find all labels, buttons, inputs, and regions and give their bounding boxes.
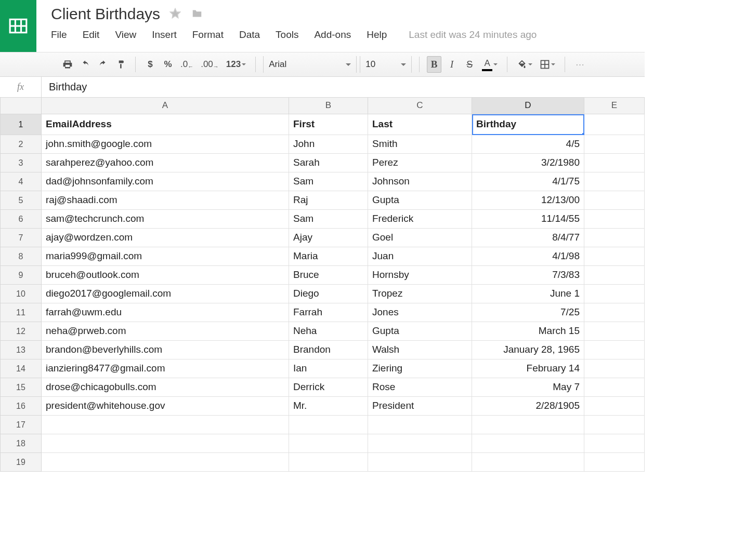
cell[interactable]: Maria	[289, 247, 368, 266]
col-header-a[interactable]: A	[42, 98, 289, 114]
cell[interactable]: drose@chicagobulls.com	[42, 378, 289, 397]
cell[interactable]: Brandon	[289, 341, 368, 359]
cell[interactable]: 3/2/1980	[472, 154, 584, 172]
cell[interactable]	[584, 191, 645, 210]
cell[interactable]: Walsh	[368, 341, 472, 359]
cell[interactable]: Mr.	[289, 397, 368, 416]
row-header[interactable]: 6	[0, 210, 42, 229]
menu-insert[interactable]: Insert	[152, 29, 177, 41]
redo-icon[interactable]	[96, 56, 110, 73]
cell[interactable]: farrah@uwm.edu	[42, 303, 289, 322]
cell[interactable]	[584, 210, 645, 229]
cell[interactable]: 4/5	[472, 135, 584, 154]
cell[interactable]: Sarah	[289, 154, 368, 172]
menu-file[interactable]: File	[51, 29, 67, 41]
row-header[interactable]: 12	[0, 322, 42, 341]
cell[interactable]: Rose	[368, 378, 472, 397]
cell[interactable]: 4/1/98	[472, 247, 584, 266]
cell[interactable]	[584, 135, 645, 154]
sheets-logo[interactable]	[0, 0, 36, 52]
row-header[interactable]: 11	[0, 303, 42, 322]
cell[interactable]	[584, 303, 645, 322]
select-all-corner[interactable]	[0, 98, 42, 114]
italic-button[interactable]: I	[445, 56, 459, 73]
fill-color-button[interactable]	[515, 56, 534, 73]
cell[interactable]: Gupta	[368, 191, 472, 210]
print-icon[interactable]	[60, 56, 75, 73]
cell[interactable]: 2/28/1905	[472, 397, 584, 416]
cell[interactable]: sarahperez@yahoo.com	[42, 154, 289, 172]
increase-decimal-button[interactable]: .00→	[199, 56, 221, 73]
cell[interactable]: Sam	[289, 172, 368, 191]
cell[interactable]: raj@shaadi.com	[42, 191, 289, 210]
col-header-e[interactable]: E	[584, 98, 645, 114]
cell[interactable]	[584, 229, 645, 247]
cell[interactable]: Ziering	[368, 359, 472, 378]
cell[interactable]: John	[289, 135, 368, 154]
cell[interactable]	[584, 172, 645, 191]
cell[interactable]: Smith	[368, 135, 472, 154]
cell[interactable]	[584, 114, 645, 135]
row-header[interactable]: 8	[0, 247, 42, 266]
cell[interactable]: Johnson	[368, 172, 472, 191]
currency-button[interactable]: $	[143, 56, 158, 73]
cell[interactable]: Frederick	[368, 210, 472, 229]
cell[interactable]: June 1	[472, 285, 584, 303]
row-header[interactable]: 16	[0, 397, 42, 416]
cell[interactable]: Hornsby	[368, 266, 472, 285]
cell[interactable]: Jones	[368, 303, 472, 322]
folder-icon[interactable]	[190, 8, 204, 21]
cell[interactable]: 11/14/55	[472, 210, 584, 229]
star-icon[interactable]	[169, 8, 181, 21]
row-header[interactable]: 7	[0, 229, 42, 247]
text-color-button[interactable]: A	[480, 56, 500, 73]
cell[interactable]: sam@techcrunch.com	[42, 210, 289, 229]
cell[interactable]: Bruce	[289, 266, 368, 285]
cell[interactable]	[584, 359, 645, 378]
cell[interactable]: President	[368, 397, 472, 416]
number-format-button[interactable]: 123	[224, 56, 248, 73]
cell[interactable]: Perez	[368, 154, 472, 172]
row-header[interactable]: 4	[0, 172, 42, 191]
font-size-select[interactable]: 10	[360, 56, 412, 73]
cell[interactable]	[42, 434, 289, 453]
col-header-d[interactable]: D	[472, 98, 584, 114]
menu-edit[interactable]: Edit	[83, 29, 100, 41]
cell[interactable]	[289, 434, 368, 453]
cell[interactable]	[42, 416, 289, 434]
cell[interactable]: ianziering8477@gmail.com	[42, 359, 289, 378]
cell[interactable]: neha@prweb.com	[42, 322, 289, 341]
cell[interactable]	[584, 266, 645, 285]
cell[interactable]: dad@johnsonfamily.com	[42, 172, 289, 191]
cell[interactable]	[42, 453, 289, 472]
cell[interactable]: January 28, 1965	[472, 341, 584, 359]
cell[interactable]	[584, 434, 645, 453]
borders-button[interactable]	[538, 56, 557, 73]
cell[interactable]	[584, 341, 645, 359]
menu-view[interactable]: View	[115, 29, 136, 41]
cell[interactable]: 4/1/75	[472, 172, 584, 191]
cell[interactable]: brandon@beverlyhills.com	[42, 341, 289, 359]
menu-help[interactable]: Help	[367, 29, 387, 41]
row-header[interactable]: 3	[0, 154, 42, 172]
cell[interactable]	[584, 285, 645, 303]
menu-format[interactable]: Format	[192, 29, 224, 41]
menu-tools[interactable]: Tools	[276, 29, 298, 41]
cell[interactable]	[584, 378, 645, 397]
undo-icon[interactable]	[78, 56, 93, 73]
cell[interactable]: Diego	[289, 285, 368, 303]
cell[interactable]	[368, 434, 472, 453]
cell[interactable]: bruceh@outlook.com	[42, 266, 289, 285]
cell[interactable]	[584, 453, 645, 472]
cell[interactable]	[584, 322, 645, 341]
cell[interactable]: Last	[368, 114, 472, 135]
cell[interactable]: john.smith@google.com	[42, 135, 289, 154]
cell[interactable]: Raj	[289, 191, 368, 210]
cell[interactable]: Ian	[289, 359, 368, 378]
cell[interactable]	[584, 397, 645, 416]
row-header[interactable]: 14	[0, 359, 42, 378]
cell[interactable]	[472, 416, 584, 434]
cell[interactable]: Sam	[289, 210, 368, 229]
formula-value[interactable]: Birthday	[42, 81, 87, 93]
cell[interactable]	[584, 247, 645, 266]
